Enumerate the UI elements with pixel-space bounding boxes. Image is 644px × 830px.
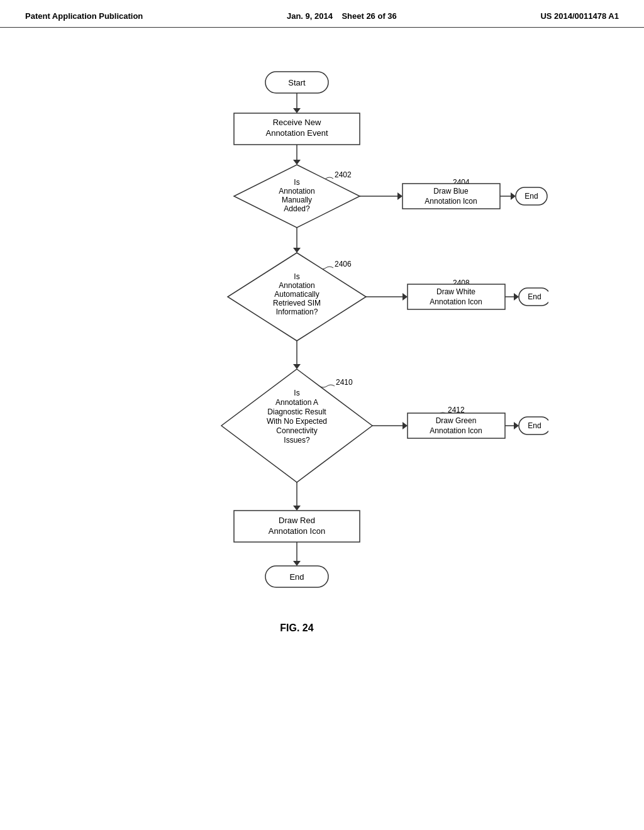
svg-marker-66 [293, 506, 301, 511]
svg-marker-62 [514, 422, 519, 429]
svg-text:Retrieved SIM: Retrieved SIM [273, 299, 321, 307]
svg-text:Draw Green: Draw Green [436, 416, 477, 425]
svg-text:Connectivity: Connectivity [276, 426, 317, 435]
svg-text:Draw Blue: Draw Blue [433, 187, 469, 196]
svg-text:End: End [528, 421, 541, 430]
svg-text:Receive New: Receive New [273, 118, 321, 127]
header-center: Jan. 9, 2014 Sheet 26 of 36 [287, 11, 397, 21]
svg-marker-36 [402, 293, 408, 301]
svg-text:Draw White: Draw White [436, 287, 475, 296]
svg-marker-46 [293, 364, 301, 369]
svg-text:Annotation Icon: Annotation Icon [269, 526, 325, 536]
svg-text:2406: 2406 [335, 260, 352, 268]
svg-text:Annotation Icon: Annotation Icon [430, 297, 482, 306]
header-right: US 2014/0011478 A1 [540, 11, 619, 21]
svg-text:Annotation Icon: Annotation Icon [425, 197, 477, 206]
svg-text:Draw Red: Draw Red [279, 516, 315, 525]
svg-text:Automatically: Automatically [274, 290, 319, 299]
svg-text:Is: Is [294, 178, 299, 187]
svg-text:2410: 2410 [336, 378, 353, 387]
svg-text:With No Expected: With No Expected [267, 417, 327, 426]
svg-marker-27 [293, 248, 301, 253]
svg-text:Annotation: Annotation [279, 187, 314, 196]
svg-marker-3 [293, 108, 301, 113]
svg-marker-17 [397, 192, 402, 200]
svg-text:Added?: Added? [284, 204, 310, 213]
svg-text:Annotation Event: Annotation Event [265, 128, 328, 138]
svg-text:End: End [528, 292, 541, 301]
svg-text:Is: Is [294, 272, 299, 281]
svg-text:Annotation A: Annotation A [275, 398, 318, 407]
svg-text:FIG. 24: FIG. 24 [280, 622, 313, 633]
svg-marker-72 [293, 561, 301, 566]
diagram-container: Start 2400 Receive New Annotation Event … [0, 28, 644, 757]
svg-marker-9 [293, 160, 301, 165]
svg-text:Diagnostic Result: Diagnostic Result [267, 407, 326, 416]
header: Patent Application Publication Jan. 9, 2… [0, 0, 644, 28]
svg-marker-42 [514, 293, 519, 301]
svg-text:End: End [289, 572, 304, 582]
flowchart-svg: Start 2400 Receive New Annotation Event … [96, 53, 548, 744]
svg-marker-23 [511, 192, 516, 200]
svg-text:Annotation Icon: Annotation Icon [430, 426, 482, 435]
svg-text:Is: Is [294, 389, 299, 397]
svg-text:Start: Start [288, 78, 306, 87]
svg-text:Annotation: Annotation [279, 281, 314, 290]
svg-text:2402: 2402 [335, 170, 352, 179]
header-left: Patent Application Publication [25, 11, 143, 21]
svg-text:Information?: Information? [276, 307, 318, 316]
svg-marker-56 [402, 422, 408, 429]
svg-text:End: End [525, 192, 538, 201]
svg-text:Manually: Manually [282, 196, 312, 204]
svg-text:Issues?: Issues? [284, 436, 310, 445]
